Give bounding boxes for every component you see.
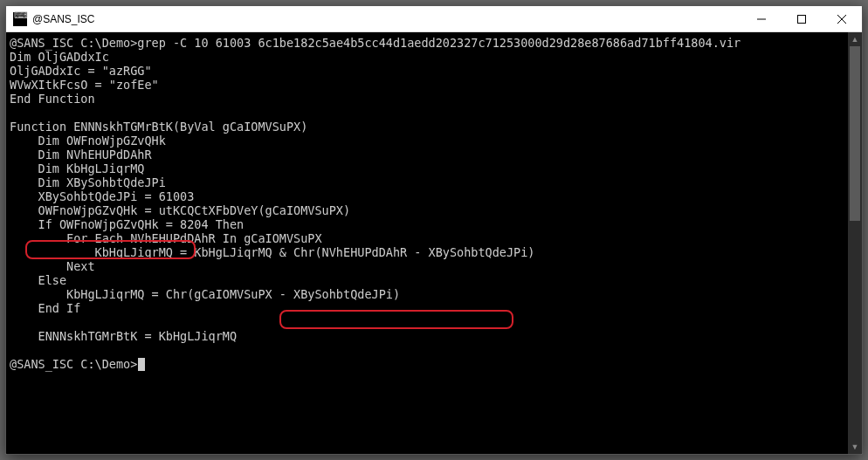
scroll-down-arrow[interactable]: ▼ xyxy=(848,440,862,454)
prompt-line-2: @SANS_ISC C:\Demo> xyxy=(10,357,137,371)
terminal-area: @SANS_ISC C:\Demo>grep -C 10 61003 6c1be… xyxy=(6,32,862,454)
cmd-window: @SANS_ISC @SANS_ISC C:\Demo>grep -C 10 6… xyxy=(5,5,863,455)
output-line: KbHgLJiqrMQ = KbHgLJiqrMQ & Chr(NVhEHUPd… xyxy=(10,245,534,259)
output-line: WVwXItkFcsO = "zofEe" xyxy=(10,78,159,92)
minimize-button[interactable] xyxy=(741,6,782,32)
output-line: End If xyxy=(10,301,80,315)
output-line: Else xyxy=(10,273,66,287)
output-line: Dim NVhEHUPdDAhR xyxy=(10,148,152,161)
cmd-icon xyxy=(13,12,27,26)
scroll-thumb[interactable] xyxy=(850,46,860,221)
output-line: Dim OWFnoWjpGZvQHk xyxy=(10,134,166,148)
output-line: If OWFnoWjpGZvQHk = 8204 Then xyxy=(10,217,244,231)
prompt-line-1: @SANS_ISC C:\Demo>grep -C 10 61003 6c1be… xyxy=(10,36,741,50)
maximize-button[interactable] xyxy=(782,6,822,32)
maximize-icon xyxy=(797,15,806,24)
output-line: OWFnoWjpGZvQHk = utKCQCtXFbDVeY(gCaIOMVS… xyxy=(10,203,350,217)
terminal-output[interactable]: @SANS_ISC C:\Demo>grep -C 10 61003 6c1be… xyxy=(6,32,848,454)
close-button[interactable] xyxy=(822,6,862,32)
output-line: OljGADdxIc = "azRGG" xyxy=(10,64,152,78)
window-titlebar[interactable]: @SANS_ISC xyxy=(6,6,862,32)
output-line: Dim XBySohbtQdeJPi xyxy=(10,175,166,189)
output-line: End Function xyxy=(10,92,95,106)
output-line: XBySohbtQdeJPi = 61003 xyxy=(10,189,194,203)
annotation-box-2 xyxy=(279,310,513,329)
output-line: Next xyxy=(10,259,95,273)
svg-rect-1 xyxy=(798,15,806,23)
output-line: KbHgLJiqrMQ = Chr(gCaIOMVSuPX - XBySohbt… xyxy=(10,287,400,301)
cursor xyxy=(138,358,145,371)
window-title: @SANS_ISC xyxy=(32,13,95,25)
output-line: For Each NVhEHUPdDAhR In gCaIOMVSuPX xyxy=(10,231,322,245)
minimize-icon xyxy=(757,15,766,24)
vertical-scrollbar[interactable]: ▲ ▼ xyxy=(848,32,862,454)
output-line: Dim KbHgLJiqrMQ xyxy=(10,161,144,175)
close-icon xyxy=(837,15,846,24)
output-line: Function ENNNskhTGMrBtK(ByVal gCaIOMVSuP… xyxy=(10,120,307,134)
output-line: ENNNskhTGMrBtK = KbHgLJiqrMQ xyxy=(10,329,237,343)
scroll-up-arrow[interactable]: ▲ xyxy=(848,32,862,46)
output-line: Dim OljGADdxIc xyxy=(10,50,109,64)
